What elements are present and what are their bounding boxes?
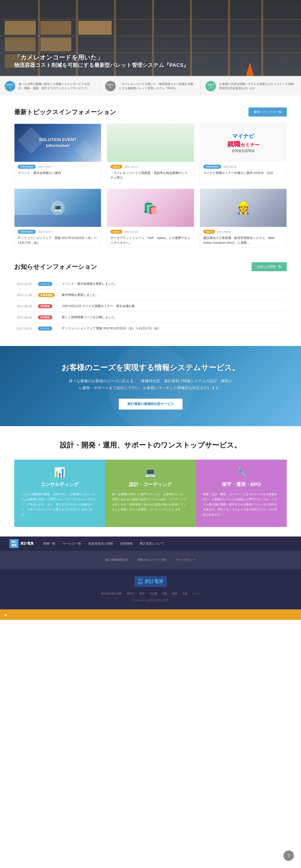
oshirase-section: お知らせインフォメーション お知らせ情報一覧 2017.12.07 イベント イ… [0, 260, 301, 346]
news-card-5[interactable]: 🛍️ topics 2017.04.15 データプラットフォーム「SAP Hyb… [107, 189, 194, 248]
consulting-icon: 📊 [21, 467, 98, 478]
service-hero-button[interactable]: 東計電算の業種特化型サービス [119, 399, 183, 409]
footer-company-link-3[interactable]: 東京 [139, 592, 145, 595]
news-image-6: 👷 [200, 189, 286, 227]
oshirase-more-button[interactable]: お知らせ情報一覧 [252, 262, 287, 271]
footer-company-link-8[interactable]: ソウル [192, 592, 200, 595]
mynavi-seminar: 就職セミナー [227, 140, 259, 149]
consulting-title: コンサルティング [21, 481, 98, 488]
oshirase-tag-4: 採用情報 [36, 312, 59, 323]
news-date-4: 2017.09.15 [38, 230, 51, 233]
footer-company-link-5[interactable]: 大阪 [162, 592, 167, 595]
topic-item-1[interactable]: Topics1 様々な分野の業種に特化した情報システムサービスを設計・開発・運用… [0, 76, 101, 96]
consulting-text: システム開発前の調査・分析を行い、お客様のベストシステムを業種に特化した専門スタ… [21, 492, 98, 518]
footer-company-link-4[interactable]: 名古屋 [149, 592, 157, 595]
topic-text-2: 「カメレオンコードを用いた」物流容器コスト削減を可能にする最新型パレット管理シス… [119, 82, 196, 90]
latest-news-more-button[interactable]: 最新トピックス一覧 [248, 107, 287, 117]
latest-news-title: 最新トピックスインフォメーション [14, 108, 116, 116]
news-tag-3: information [203, 165, 221, 169]
news-tag-5: topics [110, 230, 122, 234]
oshirase-text-4: 新しく採用情報ページを公開しました。 [59, 312, 287, 323]
nav-item-2[interactable]: サービス一覧 [63, 541, 81, 546]
hero-section: 「カメレオンコードを用いた」 物流容器コスト削減を可能にする最新型パレット管理シ… [0, 0, 301, 76]
bpo-text: 調査・設計・開発・コーディングまでのトータルな業務を行い、お客様のシステムを熟知… [203, 492, 280, 518]
footer-logo-area: 東計電算 東計電算 [14, 576, 287, 587]
oshirase-row-3[interactable]: 2017.09.26 採用情報 10月10日11日 マイナビ就職セミナー 東京会… [14, 301, 287, 312]
footer-logo-text: 東計電算 [144, 578, 163, 585]
hero-title-line2: 物流容器コスト削減を可能にする最新型パレット管理システム『PACS』 [14, 62, 189, 69]
rss-icon[interactable]: ▸ [5, 612, 7, 617]
footer-company-link-1[interactable]: 株式会社東計電算 [101, 592, 122, 595]
nav-logo: 東計電算 東計電算 [9, 539, 34, 548]
oshirase-row-1[interactable]: 2017.12.07 イベント イベント・展示会情報を更新しました。 [14, 278, 287, 289]
topic-text-3: お客様の大切な情報システムを高度なセキュリティで24時間365日完全監視を行いま… [219, 82, 296, 90]
news-card-6[interactable]: 👷 topics 2017.04.04 建設業向け工業原価・販売管理統合システム… [200, 189, 287, 248]
news-title-2: 「カメレオンコードで高精度・高効率な検品業務のシステム導入。 [110, 170, 190, 180]
news-date-2: 2017.10.13 [125, 165, 138, 168]
oshirase-date-2: 2017.11.06 [14, 289, 36, 301]
news-image-2 [107, 124, 194, 162]
oshirase-date-5: 2017.09.20 [14, 323, 36, 334]
coding-title: 設計・コーディング [112, 481, 189, 488]
news-title-5: データプラットフォーム「SAP Hybris」との連携でオムニチャネルへ。 [110, 236, 190, 245]
coding-card: 💻 設計・コーディング 様々な業種に特化した専門スタッフが、お客様のニーズ・環境… [105, 460, 196, 527]
oshirase-row-5[interactable]: 2017.09.20 イベント ITソリューションフェア 開催 2017年10月… [14, 323, 287, 334]
nav-bar: 東計電算 東計電算 業種一覧 サービス一覧 投資者様向け情報 採用情報 東計電算… [0, 536, 301, 551]
service-hero-description: 様々な業種のお客様のニーズに応える、「業種特化型」選任体制で情報システムの設計・… [67, 378, 234, 392]
oshirase-title: お知らせインフォメーション [14, 263, 97, 271]
footer-company-link-2[interactable]: 神奈川 [127, 592, 135, 595]
news-tag-2: topics [110, 165, 122, 169]
bottom-section: 設計・開発・運用、サポートのワンストップサービス。 📊 コンサルティング システ… [0, 426, 301, 527]
footer-company-links: 株式会社東計電算 神奈川 東京 名古屋 大阪 福岡 大連 ソウル [14, 592, 287, 595]
news-card-1[interactable]: SOLUTION EVENTInformation information 20… [14, 124, 101, 183]
news-title-4: ITソリューションフェア 開催 2017年10月25日（水）〜11月17日（金） [18, 236, 98, 245]
bottom-title: 設計・開発・運用、サポートのワンストップサービス。 [14, 440, 287, 450]
oshirase-tag-2: 投資者情報 [36, 289, 59, 301]
coding-icon: 💻 [112, 467, 189, 478]
oshirase-text-1: イベント・展示会情報を更新しました。 [59, 278, 287, 289]
news-date-3: 2017.09.26 [223, 165, 237, 168]
news-date-5: 2017.04.15 [125, 230, 138, 233]
oshirase-date-4: 2017.09.20 [14, 312, 36, 323]
news-tag-4: information [18, 230, 36, 234]
topic-badge-3: Topics3 [206, 81, 216, 91]
nav-logo-text: 東計電算 [21, 541, 34, 546]
latest-news-section: 最新トピックスインフォメーション 最新トピックス一覧 SOLUTION EVEN… [0, 96, 301, 260]
footer-link-3[interactable]: サイトポリシー [176, 558, 196, 562]
footer-company-link-6[interactable]: 福岡 [172, 592, 177, 595]
footer-copyright: Copyright © 株式会社東計電算 [14, 599, 287, 602]
footer-links-bar: 個人情報保護方針 情報セキュリティ方針 サイトポリシー [0, 551, 301, 569]
nav-item-1[interactable]: 業種一覧 [43, 541, 56, 546]
mynavi-sub: 合同会社説明会 [227, 149, 259, 153]
news-card-2[interactable]: topics 2017.10.13 「カメレオンコードで高精度・高効率な検品業務… [107, 124, 194, 183]
topics-bar: Topics1 様々な分野の業種に特化した情報システムサービスを設計・開発・運用… [0, 76, 301, 96]
news-image-4: 💻 [15, 189, 101, 227]
footer-link-2[interactable]: 情報セキュリティ方針 [138, 558, 166, 562]
solution-event-text: SOLUTION EVENTInformation [39, 137, 77, 149]
news-card-3[interactable]: マイナビ 就職セミナー 合同会社説明会 information 2017.09.… [200, 124, 287, 183]
news-title-1: イベント・展示会情報のご案内 [18, 170, 98, 175]
oshirase-row-4[interactable]: 2017.09.20 採用情報 新しく採用情報ページを公開しました。 [14, 312, 287, 323]
bpo-icon: 🔧 [203, 467, 280, 478]
news-image-5: 🛍️ [107, 189, 194, 227]
nav-logo-mark: 東計電算 [9, 539, 19, 548]
topic-badge-2: Topics2 [105, 81, 116, 91]
news-tag-6: topics [203, 230, 215, 234]
news-date-1: 2017.12.07 [38, 165, 51, 168]
oshirase-text-2: 株式情報を更新しました。 [59, 289, 287, 301]
topic-item-2[interactable]: Topics2 「カメレオンコードを用いた」物流容器コスト削減を可能にする最新型… [101, 76, 201, 96]
consulting-card: 📊 コンサルティング システム開発前の調査・分析を行い、お客様のベストシステムを… [14, 460, 105, 527]
topic-item-3[interactable]: Topics3 お客様の大切な情報システムを高度なセキュリティで24時間365日… [201, 76, 301, 96]
oshirase-row-2[interactable]: 2017.11.06 投資者情報 株式情報を更新しました。 [14, 289, 287, 301]
oshirase-table: 2017.12.07 イベント イベント・展示会情報を更新しました。 2017.… [14, 278, 287, 334]
nav-items: 業種一覧 サービス一覧 投資者様向け情報 採用情報 東計電算について [43, 541, 164, 546]
nav-item-3[interactable]: 投資者様向け情報 [88, 541, 113, 546]
nav-item-4[interactable]: 採用情報 [120, 541, 133, 546]
oshirase-date-1: 2017.12.07 [14, 278, 36, 289]
footer-link-1[interactable]: 個人情報保護方針 [106, 558, 128, 562]
news-card-4[interactable]: 💻 information 2017.09.15 ITソリューションフェア 開催… [14, 189, 101, 248]
nav-item-5[interactable]: 東計電算について [140, 541, 164, 546]
oshirase-text-5: ITソリューションフェア 開催 2017年10月25日（水）〜11月17日（金） [59, 323, 287, 334]
hero-title-line1: 「カメレオンコードを用いた」 [14, 53, 189, 62]
footer-company-link-7[interactable]: 大連 [182, 592, 187, 595]
